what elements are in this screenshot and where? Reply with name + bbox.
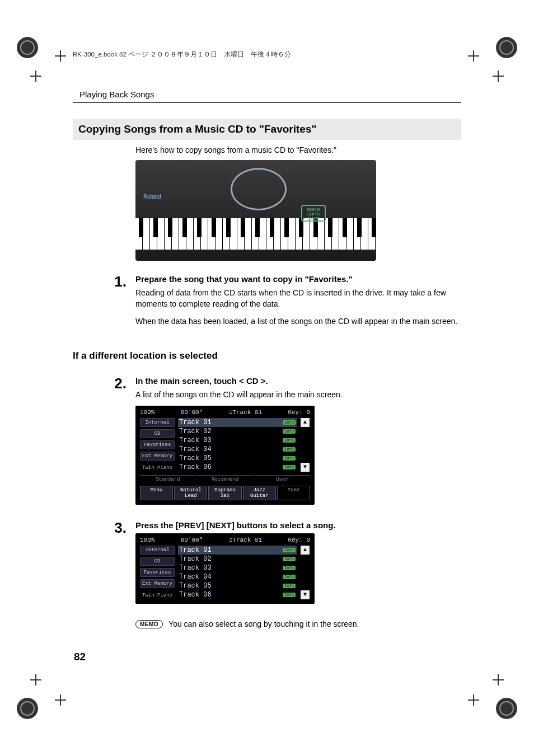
scr-track-row: Track 04Info [178, 572, 297, 581]
scr-track-row: Track 06Info [178, 463, 297, 472]
scr-bottom-button: Menu [140, 486, 173, 500]
scr-time: 00'00" [181, 537, 203, 543]
scr-track-name: Track 01 [179, 546, 212, 554]
scr-track-name: Track 06 [179, 591, 212, 599]
page-number: 82 [74, 651, 461, 663]
scr-side-tab: Favorites [140, 440, 175, 449]
subsection-heading: If a different location is selected [73, 350, 461, 361]
scr-cat-tab: User [254, 475, 310, 482]
dotted-rule [73, 363, 461, 365]
scr-track-row: Track 05Info [178, 454, 297, 463]
scr-track-row: Track 03Info [178, 436, 297, 445]
scr-track-row: Track 02Info [178, 555, 297, 564]
step-number: 2. [113, 376, 127, 513]
scr-sidebar: Internal CD Favorites Ext Memory Twin Pi… [140, 418, 175, 472]
scroll-down-button: ▼ [301, 590, 310, 599]
scr-key: Key: 0 [288, 537, 310, 543]
scr-track-row: Track 01Info [178, 418, 297, 427]
step-1: 1. Prepare the song that you want to cop… [113, 274, 461, 332]
scr-info-badge: Info [283, 566, 296, 570]
scr-bottom-button: Soprano Sax [208, 486, 241, 500]
scr-info-badge: Info [283, 548, 296, 552]
scr-side-tab: Favorites [140, 568, 175, 577]
callout-lens [231, 168, 287, 210]
crop-cross [30, 674, 41, 685]
scr-track-list: Track 01InfoTrack 02InfoTrack 03InfoTrac… [178, 546, 297, 599]
scr-track-name: Track 05 [179, 582, 212, 590]
step-3: 3. Press the [PREV] [NEXT] buttons to se… [113, 520, 461, 612]
registration-mark-bl [17, 698, 38, 719]
scr-track-row: Track 03Info [178, 564, 297, 572]
scr-cat-tab: Recommend [197, 475, 253, 482]
registration-mark-tr [496, 37, 517, 58]
step-paragraph: A list of the songs on the CD will appea… [135, 389, 461, 400]
scr-info-badge: Info [283, 447, 296, 452]
scr-side-tab: Internal [140, 418, 175, 427]
scr-track-name: Track 06 [179, 463, 212, 471]
scr-track-list: Track 01InfoTrack 02InfoTrack 03InfoTrac… [178, 418, 297, 472]
scr-info-badge: Info [283, 557, 296, 561]
scr-twin-piano: Twin Piano [140, 465, 175, 471]
scr-side-tab: Ext Memory [140, 452, 175, 461]
scr-track-row: Track 04Info [178, 445, 297, 454]
section-title: Copying Songs from a Music CD to "Favori… [73, 119, 461, 140]
scr-bottom-button: Jazz Guitar [243, 486, 276, 500]
registration-mark-tl [17, 37, 38, 58]
scr-side-tab: Ext Memory [140, 579, 175, 588]
step-paragraph: Reading of data from the CD starts when … [135, 287, 461, 310]
memo-text: You can also select a song by touching i… [168, 619, 359, 628]
scr-percent: 100% [140, 537, 154, 543]
scr-info-badge: Info [283, 593, 296, 597]
scr-track-name: Track 03 [179, 564, 212, 572]
step-number: 3. [113, 520, 127, 612]
crop-cross [493, 71, 504, 82]
device-screenshot-2: 100% 00'00" ♫Track 01 Key: 0 Internal CD… [135, 533, 315, 604]
scr-info-badge: Info [283, 438, 296, 443]
scr-twin-piano: Twin Piano [140, 593, 175, 598]
scroll-down-button: ▼ [301, 463, 310, 472]
song-copy-save-button: SONG COPY/ SAVE [301, 205, 326, 222]
step-2: 2. In the main screen, touch < CD >. A l… [113, 376, 461, 513]
running-head: Playing Back Songs [79, 90, 461, 99]
scr-side-tab: CD [140, 429, 175, 438]
device-screenshot-1: 100% 00'00" ♫Track 01 Key: 0 Internal CD… [135, 406, 315, 505]
scr-track-name: Track 05 [179, 454, 212, 462]
scr-track-row: Track 05Info [178, 581, 297, 590]
scr-sidebar: Internal CD Favorites Ext Memory Twin Pi… [140, 546, 175, 599]
scr-side-tab: Internal [140, 546, 175, 555]
scr-info-badge: Info [283, 465, 296, 469]
step-heading: In the main screen, touch < CD >. [135, 376, 461, 386]
crop-cross [55, 694, 66, 706]
scr-track-row: Track 02Info [178, 427, 297, 436]
piano-keys-graphic [135, 218, 376, 250]
print-header-note: RK-300_e.book 82 ページ ２００８年９月１０日 水曜日 午後４時… [73, 50, 291, 59]
crop-cross [468, 50, 479, 62]
step-heading: Prepare the song that you want to copy i… [135, 274, 461, 284]
scr-bottom-button: Tone [277, 486, 310, 500]
scr-info-badge: Info [283, 420, 296, 425]
section-intro: Here's how to copy songs from a music CD… [135, 145, 461, 154]
scroll-up-button: ▲ [301, 546, 310, 555]
scr-info-badge: Info [283, 584, 296, 588]
scr-track-name: Track 03 [179, 436, 212, 444]
step-heading: Press the [PREV] [NEXT] buttons to selec… [135, 520, 461, 530]
memo-row: MEMO You can also select a song by touch… [135, 619, 461, 628]
scr-key: Key: 0 [288, 409, 310, 416]
page-content: Playing Back Songs Copying Songs from a … [73, 90, 461, 666]
scr-percent: 100% [140, 409, 154, 416]
crop-cross [493, 674, 504, 685]
scr-time: 00'00" [181, 409, 203, 416]
scr-info-badge: Info [283, 429, 296, 434]
crop-cross [468, 694, 479, 706]
keyboard-figure: Roland SONG COPY/ SAVE [135, 160, 376, 261]
registration-mark-br [496, 698, 517, 719]
crop-cross [30, 71, 41, 82]
scr-info-badge: Info [283, 575, 296, 579]
step-paragraph: When the data has been loaded, a list of… [135, 316, 461, 327]
header-rule [73, 102, 461, 103]
scr-info-badge: Info [283, 456, 296, 461]
scr-track-name: Track 02 [179, 555, 212, 563]
memo-badge: MEMO [135, 620, 163, 628]
scr-track-name: Track 04 [179, 573, 212, 581]
scr-bottom-button: Natural Lead [174, 486, 207, 500]
